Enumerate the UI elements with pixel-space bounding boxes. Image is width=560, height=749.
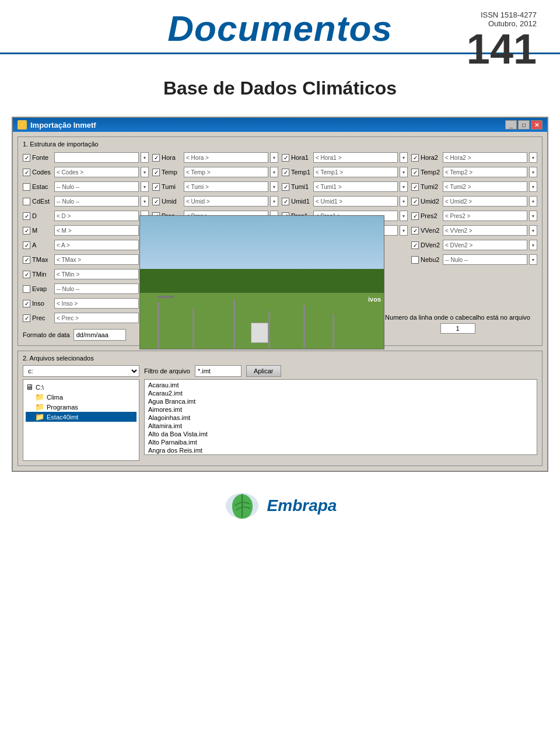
input-umid2[interactable]: < Umid2 >: [443, 196, 527, 206]
input-fonte[interactable]: [54, 152, 139, 163]
input-tumi[interactable]: < Tumi >: [184, 181, 268, 192]
dropdown-wen1[interactable]: [400, 225, 408, 236]
checkbox-d[interactable]: [23, 212, 30, 220]
checkbox-temp[interactable]: [152, 169, 160, 176]
dropdown-estac[interactable]: [141, 181, 149, 192]
checkbox-tmin[interactable]: [23, 271, 30, 278]
drive-selector[interactable]: c:: [23, 365, 139, 377]
file-item-4[interactable]: Aimores.imt: [146, 405, 536, 414]
checkbox-cdest[interactable]: [23, 198, 30, 205]
file-item-9[interactable]: Angra dos Reis.imt: [146, 446, 536, 454]
input-tmax[interactable]: < TMax >: [54, 254, 139, 265]
checkbox-hora1[interactable]: [282, 154, 289, 162]
dropdown-hora1[interactable]: [400, 152, 408, 163]
input-cdest[interactable]: -- Nulo --: [54, 196, 139, 206]
checkbox-inso[interactable]: [23, 300, 30, 307]
dropdown-pres2[interactable]: [529, 211, 537, 221]
file-listbox[interactable]: Acarau.imt Acarau2.imt Agua Branca.imt A…: [144, 379, 537, 455]
titlebar-buttons[interactable]: _ □ ✕: [505, 120, 542, 130]
tree-item-clima[interactable]: 📁 Clima: [26, 392, 136, 402]
checkbox-umid[interactable]: [152, 198, 160, 205]
file-item-5[interactable]: Alagoinhas.imt: [146, 414, 536, 422]
input-tmin[interactable]: < TMin >: [54, 269, 139, 279]
checkbox-umid1[interactable]: [282, 198, 289, 205]
dropdown-vven2[interactable]: [529, 225, 537, 236]
checkbox-evap[interactable]: [23, 285, 30, 293]
file-item-3[interactable]: Agua Branca.imt: [146, 397, 536, 405]
dropdown-cdest[interactable]: [141, 196, 149, 206]
input-temp2[interactable]: < Temp2 >: [443, 167, 527, 177]
input-hora2[interactable]: < Hora2 >: [443, 152, 527, 163]
checkbox-pres2[interactable]: [411, 212, 419, 220]
close-button[interactable]: ✕: [531, 120, 542, 130]
maximize-button[interactable]: □: [518, 120, 530, 130]
num-linha-input[interactable]: [440, 323, 475, 334]
dropdown-temp1[interactable]: [400, 167, 408, 177]
dropdown-pres1[interactable]: [400, 211, 408, 221]
input-m[interactable]: < M >: [54, 225, 139, 236]
dropdown-tumi2[interactable]: [529, 181, 537, 192]
dropdown-temp[interactable]: [270, 167, 278, 177]
checkbox-estac[interactable]: [23, 183, 30, 191]
checkbox-tmax[interactable]: [23, 256, 30, 264]
input-a[interactable]: < A >: [54, 240, 139, 250]
checkbox-tumi2[interactable]: [411, 183, 419, 191]
dropdown-hora2[interactable]: [529, 152, 537, 163]
input-hora1[interactable]: < Hora1 >: [313, 152, 398, 163]
file-item-8[interactable]: Alto Parnaiba.imt: [146, 438, 536, 446]
input-tumi2[interactable]: < Tumi2 >: [443, 181, 527, 192]
input-estac[interactable]: -- Nulo --: [54, 181, 139, 192]
input-temp[interactable]: < Temp >: [184, 167, 268, 177]
dropdown-fonte[interactable]: [141, 152, 149, 163]
file-item-6[interactable]: Altamira.imt: [146, 422, 536, 430]
tree-item-estac[interactable]: 📁 Estac40imt: [26, 412, 136, 422]
input-d[interactable]: < D >: [54, 211, 139, 221]
dropdown-umid[interactable]: [270, 196, 278, 206]
checkbox-temp2[interactable]: [411, 169, 419, 176]
minimize-button[interactable]: _: [505, 120, 517, 130]
input-umid1[interactable]: < Umid1 >: [313, 196, 398, 206]
file-item-7[interactable]: Alto da Boa Vista.imt: [146, 430, 536, 438]
input-nebu2[interactable]: -- Nulo --: [443, 254, 527, 265]
checkbox-umid2[interactable]: [411, 198, 419, 205]
filtro-input[interactable]: [195, 365, 242, 377]
checkbox-codes[interactable]: [23, 169, 30, 176]
input-temp1[interactable]: < Temp1 >: [313, 167, 398, 177]
checkbox-dven2[interactable]: [411, 242, 419, 249]
input-vven2[interactable]: < VVen2 >: [443, 225, 527, 236]
format-input[interactable]: [74, 329, 126, 341]
checkbox-prec[interactable]: [23, 314, 30, 322]
input-hora[interactable]: < Hora >: [184, 152, 268, 163]
checkbox-nebu2[interactable]: [411, 256, 419, 264]
dropdown-umid1[interactable]: [400, 196, 408, 206]
input-codes[interactable]: < Codes >: [54, 167, 139, 177]
input-umid[interactable]: < Umid >: [184, 196, 268, 206]
dropdown-hora[interactable]: [270, 152, 278, 163]
checkbox-hora[interactable]: [152, 154, 160, 162]
file-item-1[interactable]: Acarau.imt: [146, 381, 536, 389]
checkbox-tumi[interactable]: [152, 183, 160, 191]
dropdown-nebu2[interactable]: [529, 254, 537, 265]
dropdown-codes[interactable]: [141, 167, 149, 177]
aplicar-button[interactable]: Aplicar: [246, 365, 281, 377]
file-item-2[interactable]: Acarau2.imt: [146, 389, 536, 397]
dropdown-dven2[interactable]: [529, 240, 537, 250]
input-prec[interactable]: < Prec >: [54, 313, 139, 323]
input-evap[interactable]: -- Nulo --: [54, 284, 139, 294]
checkbox-hora2[interactable]: [411, 154, 419, 162]
input-dven2[interactable]: < DVen2 >: [443, 240, 527, 250]
dropdown-umid2[interactable]: [529, 196, 537, 206]
tree-item-programas[interactable]: 📁 Programas: [26, 402, 136, 412]
dropdown-tumi1[interactable]: [400, 181, 408, 192]
dropdown-tumi[interactable]: [270, 181, 278, 192]
checkbox-m[interactable]: [23, 227, 30, 235]
checkbox-temp1[interactable]: [282, 169, 289, 176]
dropdown-temp2[interactable]: [529, 167, 537, 177]
input-inso[interactable]: < Inso >: [54, 298, 139, 309]
checkbox-fonte[interactable]: [23, 154, 30, 162]
tree-item-c[interactable]: 🖥 C:\: [26, 382, 136, 392]
checkbox-a[interactable]: [23, 242, 30, 249]
checkbox-vven2[interactable]: [411, 227, 419, 235]
input-tumi1[interactable]: < Tumi1 >: [313, 181, 398, 192]
checkbox-tumi1[interactable]: [282, 183, 289, 191]
